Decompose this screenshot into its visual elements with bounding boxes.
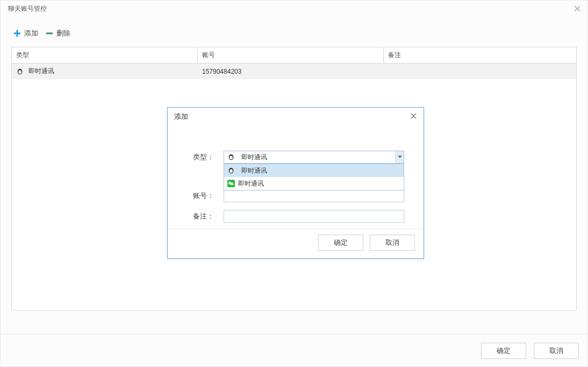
type-option-wechat[interactable]: 即时通讯	[224, 177, 404, 190]
col-header-note[interactable]: 备注	[384, 47, 576, 63]
footer-divider	[1, 334, 587, 334]
svg-point-26	[232, 184, 233, 184]
table-header: 类型 账号 备注	[12, 47, 576, 63]
table-row[interactable]: 即时通讯 15790484203	[12, 63, 576, 79]
form-row-type: 类型： 即时通讯	[187, 151, 404, 164]
svg-point-25	[232, 184, 232, 184]
close-icon[interactable]	[572, 4, 582, 13]
type-option-label: 即时通讯	[238, 179, 264, 188]
type-option-qq[interactable]: 即时通讯	[224, 164, 404, 177]
delete-button-label: 删除	[56, 29, 70, 38]
chevron-down-icon[interactable]	[395, 151, 404, 163]
qq-icon	[227, 167, 235, 174]
add-dialog-close-icon[interactable]	[410, 112, 417, 121]
dialog-title: 聊天账号管控	[8, 4, 47, 13]
cell-type-text: 即时通讯	[28, 67, 54, 75]
account-input[interactable]	[224, 189, 404, 202]
add-button-label: 添加	[24, 29, 38, 38]
svg-point-13	[230, 156, 231, 157]
minus-icon	[45, 29, 54, 38]
svg-point-7	[19, 70, 20, 71]
qq-icon	[16, 68, 24, 75]
type-label: 类型：	[187, 152, 214, 162]
type-option-label: 即时通讯	[241, 166, 267, 175]
type-select[interactable]: 即时通讯 即时通讯	[224, 151, 404, 164]
add-dialog-cancel-button[interactable]: 取消	[370, 235, 415, 251]
toolbar: 添加 删除	[11, 27, 577, 39]
col-header-type[interactable]: 类型	[12, 47, 198, 63]
wechat-icon	[227, 180, 235, 187]
svg-point-14	[232, 156, 233, 157]
svg-point-22	[231, 183, 233, 186]
titlebar: 聊天账号管控	[1, 1, 587, 17]
type-dropdown: 即时通讯 即时通讯	[224, 164, 404, 190]
form-row-account: 账号：	[187, 189, 404, 202]
type-selected-text: 即时通讯	[241, 153, 267, 162]
delete-button[interactable]: 删除	[44, 27, 71, 39]
note-input[interactable]	[224, 210, 404, 223]
add-dialog: 添加 类型： 即时通讯	[167, 107, 424, 259]
cancel-button[interactable]: 取消	[534, 343, 579, 359]
form-row-note: 备注：	[187, 210, 404, 223]
cell-account: 15790484203	[198, 65, 384, 79]
add-dialog-titlebar: 添加	[168, 108, 424, 126]
add-dialog-divider	[168, 229, 424, 229]
svg-point-19	[232, 169, 233, 170]
account-label: 账号：	[187, 191, 214, 201]
ok-button[interactable]: 确定	[481, 343, 526, 359]
svg-point-18	[230, 169, 231, 170]
cell-note	[384, 68, 576, 75]
svg-point-24	[230, 182, 231, 183]
note-label: 备注：	[187, 211, 214, 221]
add-dialog-title: 添加	[174, 112, 188, 122]
cell-type: 即时通讯	[12, 63, 198, 79]
plus-icon	[12, 29, 22, 38]
dialog-footer: 确定 取消	[481, 343, 579, 359]
add-button[interactable]: 添加	[11, 27, 39, 39]
add-dialog-ok-button[interactable]: 确定	[318, 235, 363, 251]
svg-point-8	[20, 70, 21, 71]
svg-marker-15	[398, 156, 402, 158]
svg-point-23	[229, 182, 230, 183]
add-dialog-footer: 确定 取消	[318, 235, 415, 251]
qq-icon	[227, 153, 235, 161]
chat-account-dialog: 聊天账号管控 添加 删除 类型 账号 备注	[0, 0, 588, 367]
type-select-field[interactable]: 即时通讯	[224, 151, 404, 164]
col-header-account[interactable]: 账号	[198, 47, 384, 63]
